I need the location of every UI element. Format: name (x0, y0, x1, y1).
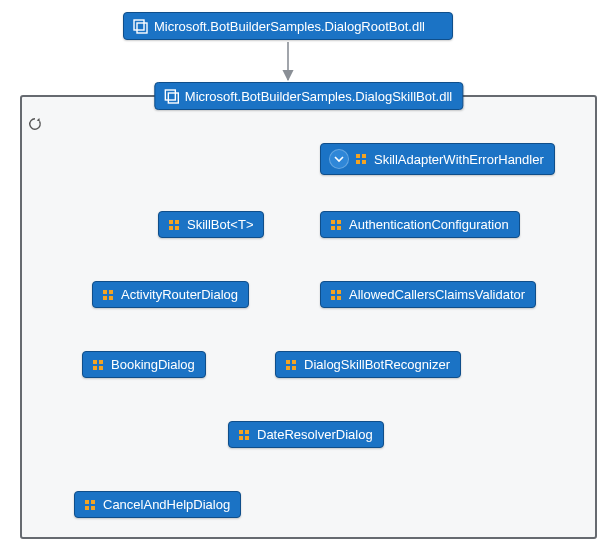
svg-rect-17 (109, 290, 113, 294)
svg-rect-24 (93, 360, 97, 364)
node-root-assembly[interactable]: Microsoft.BotBuilderSamples.DialogRootBo… (123, 12, 453, 40)
svg-rect-30 (286, 366, 290, 370)
svg-rect-14 (331, 226, 335, 230)
node-skill-adapter[interactable]: SkillAdapterWithErrorHandler (320, 143, 555, 175)
svg-rect-38 (85, 506, 89, 510)
svg-rect-13 (337, 220, 341, 224)
svg-rect-25 (99, 360, 103, 364)
svg-rect-23 (337, 296, 341, 300)
node-activity-router[interactable]: ActivityRouterDialog (92, 281, 249, 308)
class-icon (83, 498, 97, 512)
svg-rect-15 (337, 226, 341, 230)
node-cancel-help[interactable]: CancelAndHelpDialog (74, 491, 241, 518)
node-booking-dialog[interactable]: BookingDialog (82, 351, 206, 378)
svg-rect-31 (292, 366, 296, 370)
svg-rect-36 (85, 500, 89, 504)
svg-rect-28 (286, 360, 290, 364)
svg-rect-2 (165, 90, 175, 100)
svg-rect-35 (245, 436, 249, 440)
node-label: DateResolverDialog (257, 427, 373, 442)
node-label: AllowedCallersClaimsValidator (349, 287, 525, 302)
svg-rect-32 (239, 430, 243, 434)
node-label: Microsoft.BotBuilderSamples.DialogSkillB… (185, 89, 452, 104)
class-icon (237, 428, 251, 442)
svg-rect-16 (103, 290, 107, 294)
svg-rect-26 (93, 366, 97, 370)
svg-rect-8 (169, 220, 173, 224)
node-label: Microsoft.BotBuilderSamples.DialogRootBo… (154, 19, 425, 34)
svg-rect-6 (356, 160, 360, 164)
svg-rect-7 (362, 160, 366, 164)
class-icon (91, 358, 105, 372)
node-label: BookingDialog (111, 357, 195, 372)
svg-rect-20 (331, 290, 335, 294)
container-header[interactable]: Microsoft.BotBuilderSamples.DialogSkillB… (154, 82, 463, 110)
svg-rect-22 (331, 296, 335, 300)
assembly-icon (132, 18, 148, 34)
node-auth-config[interactable]: AuthenticationConfiguration (320, 211, 520, 238)
class-icon (329, 218, 343, 232)
svg-rect-10 (169, 226, 173, 230)
svg-rect-11 (175, 226, 179, 230)
svg-rect-1 (137, 23, 147, 33)
node-allowed-callers[interactable]: AllowedCallersClaimsValidator (320, 281, 536, 308)
node-date-resolver[interactable]: DateResolverDialog (228, 421, 384, 448)
node-label: DialogSkillBotRecognizer (304, 357, 450, 372)
svg-rect-9 (175, 220, 179, 224)
svg-rect-39 (91, 506, 95, 510)
diagram-canvas: Microsoft.BotBuilderSamples.DialogRootBo… (0, 0, 613, 549)
class-icon (329, 288, 343, 302)
class-icon (284, 358, 298, 372)
svg-rect-19 (109, 296, 113, 300)
refresh-icon[interactable] (26, 115, 44, 133)
node-recognizer[interactable]: DialogSkillBotRecognizer (275, 351, 461, 378)
svg-rect-18 (103, 296, 107, 300)
svg-rect-12 (331, 220, 335, 224)
svg-rect-0 (134, 20, 144, 30)
class-icon (354, 152, 368, 166)
svg-rect-37 (91, 500, 95, 504)
class-icon (167, 218, 181, 232)
svg-rect-21 (337, 290, 341, 294)
node-label: ActivityRouterDialog (121, 287, 238, 302)
node-skillbot[interactable]: SkillBot<T> (158, 211, 264, 238)
svg-rect-29 (292, 360, 296, 364)
svg-rect-3 (168, 93, 178, 103)
node-label: AuthenticationConfiguration (349, 217, 509, 232)
svg-rect-33 (245, 430, 249, 434)
node-label: CancelAndHelpDialog (103, 497, 230, 512)
assembly-icon (163, 88, 179, 104)
class-icon (101, 288, 115, 302)
svg-rect-34 (239, 436, 243, 440)
expand-chevron-icon[interactable] (329, 149, 349, 169)
svg-rect-4 (356, 154, 360, 158)
svg-rect-27 (99, 366, 103, 370)
svg-rect-5 (362, 154, 366, 158)
node-label: SkillAdapterWithErrorHandler (374, 152, 544, 167)
node-label: SkillBot<T> (187, 217, 253, 232)
